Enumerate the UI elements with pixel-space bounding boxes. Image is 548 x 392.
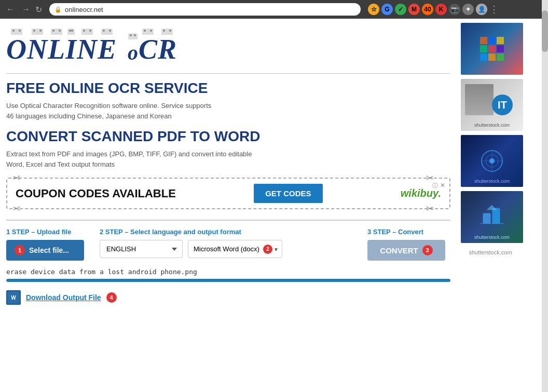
logo-letter-n1: N: [27, 29, 47, 63]
step-2: 2 STEP – Select language and output form…: [100, 228, 357, 258]
ad-it-label: IT: [492, 94, 513, 115]
url-text: onlineocr.net: [65, 6, 103, 13]
ad-info-icon[interactable]: ⓘ: [432, 182, 438, 190]
convert-desc: Extract text from PDF and images (JPG, B…: [6, 149, 450, 169]
browser-chrome: ← → ↻ 🔒 onlineocr.net ☆ G ✓ M 40 K 📷 ✦ 👤…: [0, 0, 548, 19]
gmail-icon[interactable]: M: [408, 4, 420, 15]
step2-label: 2 STEP – Select language and output form…: [100, 228, 357, 236]
refresh-button[interactable]: ↻: [35, 5, 42, 15]
k-icon[interactable]: K: [435, 4, 447, 15]
cam-icon[interactable]: 📷: [449, 4, 460, 15]
forward-button[interactable]: →: [20, 4, 32, 15]
main-layout: O N L I: [0, 19, 548, 310]
ad-domain-1: shutterstock.com: [463, 123, 521, 128]
browser-icons: ☆ G ✓ M 40 K 📷 ✦ 👤 ⋮: [368, 4, 499, 15]
progress-bar: [6, 279, 450, 282]
ad-close-icon[interactable]: ✕: [440, 182, 445, 189]
service-heading: FREE ONLINE OCR SERVICE: [6, 80, 450, 97]
scrollbar[interactable]: [542, 0, 548, 310]
sidebar-ad-3[interactable]: shutterstock.com: [461, 135, 523, 187]
scissors-icon-br: ✂: [426, 203, 434, 214]
format-select-wrapper: Microsoft Word (docx) Microsoft Excel (x…: [188, 240, 282, 258]
step3-label: 3 STEP – Convert: [367, 228, 450, 236]
ext-icon[interactable]: 40: [422, 4, 433, 15]
convert-badge: 3: [422, 245, 433, 255]
content-area: O N L I: [0, 19, 457, 310]
logo: O N L I: [6, 24, 450, 68]
format-chevron-icon: ▼: [273, 246, 279, 252]
word-icon: W: [6, 290, 21, 305]
select-file-label: Select file...: [29, 246, 69, 254]
sidebar-ad-1[interactable]: [461, 23, 523, 75]
scissors-icon-bl: ✂: [12, 203, 20, 214]
logo-letter-c: C: [139, 29, 157, 63]
ad-domain-3: shutterstock.com: [463, 235, 521, 240]
progress-bar-fill: [6, 279, 450, 282]
logo-letter-o1: O: [6, 29, 26, 63]
coupon-text: COUPON CODES AVAILABLE: [16, 187, 176, 200]
sidebar-ads: IT shutterstock.com shutterstock.com: [457, 19, 524, 310]
avatar-icon[interactable]: 👤: [476, 4, 487, 15]
service-desc: Use Optical Character Recognition softwa…: [6, 101, 450, 121]
ad-domain-2: shutterstock.com: [463, 179, 521, 184]
scrollbar-thumb[interactable]: [542, 10, 548, 52]
download-link[interactable]: Download Output File: [26, 293, 101, 302]
logo-letter-o2: o: [128, 33, 138, 63]
steps-divider: [6, 220, 450, 221]
convert-label: CONVERT: [380, 246, 418, 255]
google-icon[interactable]: G: [381, 4, 393, 15]
step1-badge: 1: [15, 245, 25, 255]
step-1: 1 STEP – Upload file 1 Select file...: [6, 228, 89, 261]
sidebar-ad-2[interactable]: IT shutterstock.com: [461, 79, 523, 131]
download-badge: 4: [106, 292, 117, 303]
filename-display: erase device data from a lost android ph…: [6, 268, 450, 276]
svg-marker-7: [487, 205, 497, 210]
get-codes-button[interactable]: GET CODES: [254, 184, 322, 203]
svg-rect-6: [492, 208, 500, 224]
steps-row: 1 STEP – Upload file 1 Select file... 2 …: [6, 228, 450, 261]
more-ads-label: shutterstock.com: [461, 249, 520, 255]
step2-controls: ENGLISH Microsoft Word (docx) Microsoft …: [100, 240, 357, 258]
download-section: W Download Output File 4: [6, 290, 450, 305]
star-icon[interactable]: ☆: [368, 4, 379, 15]
logo-letter-e: E: [98, 29, 116, 63]
logo-letter-i: I: [65, 29, 76, 63]
select-file-button[interactable]: 1 Select file...: [6, 240, 84, 261]
format-badge: 2: [263, 245, 272, 254]
sidebar-ad-4[interactable]: shutterstock.com: [461, 191, 523, 243]
convert-heading: CONVERT SCANNED PDF TO WORD: [6, 128, 450, 145]
scissors-icon-tl: ✂: [12, 172, 20, 184]
language-select[interactable]: ENGLISH: [100, 240, 183, 258]
ext2-icon[interactable]: ✦: [462, 4, 474, 15]
logo-divider: [6, 73, 450, 74]
ad-banner: ✂ ✂ ✂ ✂ ⓘ ✕ COUPON CODES AVAILABLE GET C…: [6, 178, 450, 209]
svg-rect-5: [483, 213, 491, 224]
logo-letter-n2: N: [77, 29, 97, 63]
logo-letter-r: R: [158, 29, 176, 63]
address-bar[interactable]: 🔒 onlineocr.net: [49, 3, 361, 16]
step1-label: 1 STEP – Upload file: [6, 228, 89, 236]
step-3: 3 STEP – Convert CONVERT 3: [367, 228, 450, 261]
check-icon[interactable]: ✓: [395, 4, 406, 15]
convert-button[interactable]: CONVERT 3: [367, 240, 445, 261]
back-button[interactable]: ←: [4, 4, 17, 15]
menu-icon[interactable]: ⋮: [489, 4, 499, 15]
lock-icon: 🔒: [54, 6, 62, 13]
logo-letter-l: L: [48, 29, 65, 63]
